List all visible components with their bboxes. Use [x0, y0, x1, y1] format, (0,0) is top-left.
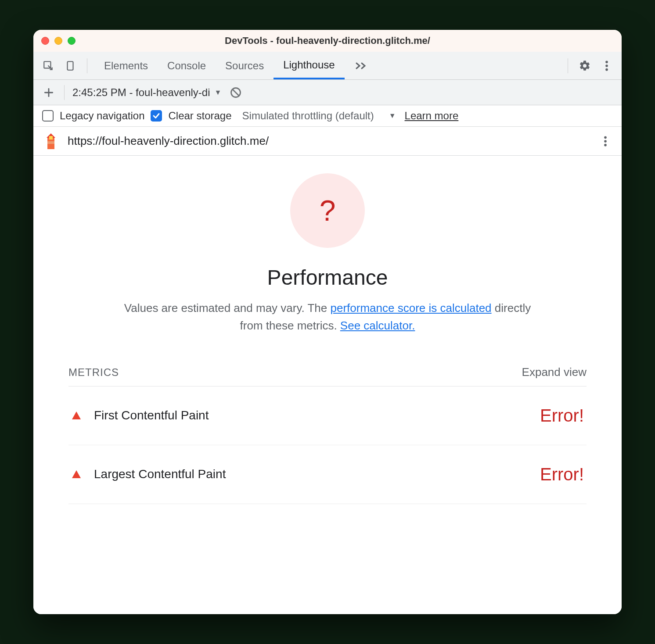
chevron-down-icon: ▼: [389, 112, 396, 120]
window-title: DevTools - foul-heavenly-direction.glitc…: [33, 35, 622, 47]
performance-score-link[interactable]: performance score is calculated: [331, 301, 492, 315]
lighthouse-subbar: 2:45:25 PM - foul-heavenly-di ▼: [33, 80, 622, 105]
report-url: https://foul-heavenly-direction.glitch.m…: [68, 134, 590, 148]
report-menu-icon[interactable]: [599, 136, 612, 147]
report-selector-label: 2:45:25 PM - foul-heavenly-di: [72, 86, 210, 99]
metric-value: Error!: [540, 406, 584, 426]
clear-storage-label: Clear storage: [168, 110, 231, 122]
see-calculator-link[interactable]: See calculator.: [340, 319, 415, 332]
svg-rect-7: [47, 141, 54, 144]
legacy-navigation-checkbox[interactable]: [42, 110, 54, 122]
svg-rect-9: [49, 136, 53, 140]
clear-storage-checkbox[interactable]: [151, 110, 162, 122]
legacy-navigation-label: Legacy navigation: [60, 110, 144, 122]
more-menu-icon[interactable]: [597, 56, 616, 75]
metric-name: Largest Contentful Paint: [94, 467, 540, 481]
desc-text: Values are estimated and may vary. The: [124, 301, 331, 315]
tab-sources[interactable]: Sources: [216, 52, 274, 79]
metrics-header: METRICS Expand view: [68, 365, 587, 386]
lighthouse-settings-bar: Legacy navigation Clear storage Simulate…: [33, 105, 622, 127]
category-description: Values are estimated and may vary. The p…: [117, 299, 538, 335]
metric-row: First Contentful Paint Error!: [68, 386, 587, 445]
lighthouse-icon: [43, 132, 59, 150]
svg-point-12: [604, 143, 607, 146]
toolbar-divider: [87, 58, 87, 73]
tabs-overflow-icon[interactable]: [347, 59, 374, 73]
window-titlebar: DevTools - foul-heavenly-direction.glitc…: [33, 30, 622, 52]
subbar-divider: [64, 85, 65, 100]
clear-report-icon[interactable]: [229, 86, 242, 99]
report-selector[interactable]: 2:45:25 PM - foul-heavenly-di ▼: [72, 86, 221, 99]
error-triangle-icon: [71, 410, 82, 421]
tab-lighthouse[interactable]: Lighthouse: [274, 52, 344, 79]
throttling-label: Simulated throttling (default): [242, 110, 374, 122]
inspect-element-icon[interactable]: [39, 56, 58, 75]
chevron-down-icon: ▼: [215, 89, 222, 97]
svg-point-10: [604, 136, 607, 139]
device-toggle-icon[interactable]: [61, 56, 80, 75]
error-triangle-icon: [71, 469, 82, 479]
svg-rect-1: [68, 61, 73, 70]
close-window-button[interactable]: [41, 37, 49, 45]
panel-tabs: Elements Console Sources Lighthouse: [94, 52, 345, 79]
new-report-button[interactable]: [41, 85, 56, 100]
learn-more-link[interactable]: Learn more: [405, 110, 459, 122]
performance-score-gauge: ?: [290, 173, 365, 248]
traffic-lights: [41, 37, 76, 45]
toolbar-divider-right: [568, 58, 568, 73]
svg-point-4: [605, 68, 608, 71]
score-symbol: ?: [320, 194, 336, 227]
devtools-window: DevTools - foul-heavenly-direction.glitc…: [33, 30, 622, 614]
metrics-label: METRICS: [68, 366, 119, 379]
svg-marker-13: [72, 411, 81, 419]
svg-point-3: [605, 64, 608, 67]
metric-name: First Contentful Paint: [94, 408, 540, 422]
devtools-toolbar: Elements Console Sources Lighthouse: [33, 52, 622, 80]
category-title: Performance: [267, 265, 388, 290]
expand-view-toggle[interactable]: Expand view: [522, 365, 587, 379]
metric-row: Largest Contentful Paint Error!: [68, 445, 587, 504]
metric-value: Error!: [540, 465, 584, 484]
tab-console[interactable]: Console: [158, 52, 216, 79]
report-url-bar: https://foul-heavenly-direction.glitch.m…: [33, 127, 622, 156]
maximize-window-button[interactable]: [68, 37, 76, 45]
gear-icon[interactable]: [575, 56, 594, 75]
svg-point-11: [604, 140, 607, 143]
throttling-selector[interactable]: Simulated throttling (default) ▼: [242, 110, 396, 122]
minimize-window-button[interactable]: [54, 37, 62, 45]
svg-marker-14: [72, 470, 81, 478]
svg-point-2: [605, 61, 608, 63]
lighthouse-report: ? Performance Values are estimated and m…: [33, 156, 622, 614]
tab-elements[interactable]: Elements: [94, 52, 158, 79]
